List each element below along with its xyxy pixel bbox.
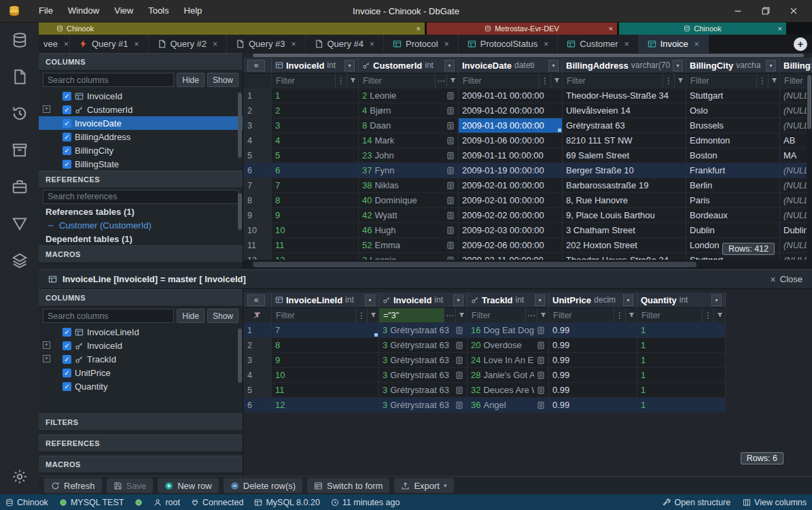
filter-funnel-button[interactable]: [347, 73, 358, 88]
column-header-invoicelineid[interactable]: InvoiceLineIdint▾: [272, 292, 379, 308]
open-reference-icon[interactable]: [446, 137, 455, 145]
filter-menu-button[interactable]: ⋮: [663, 73, 674, 88]
tab-query-4[interactable]: Query #4×: [306, 35, 385, 53]
cell-billingaddress[interactable]: 69 Salem Street: [563, 148, 686, 163]
cell-invoicelineid[interactable]: 8: [272, 338, 379, 353]
close-tab-icon[interactable]: ×: [544, 39, 548, 49]
search-columns-input[interactable]: Search columns: [43, 309, 174, 323]
cell-invoiceid[interactable]: 7: [272, 178, 359, 193]
column-item-billingstate[interactable]: ✓BillingState: [39, 157, 243, 171]
scrollbar-thumb[interactable]: [253, 262, 696, 267]
filter-cell-invoiceid[interactable]: ="3"⋯: [379, 308, 467, 323]
filter-placeholder[interactable]: Filter: [359, 73, 435, 88]
cell-invoiceid[interactable]: 6: [272, 163, 359, 178]
sidebar-stack-icon[interactable]: [12, 252, 28, 269]
menu-view[interactable]: View: [107, 0, 141, 22]
sidebar-history-icon[interactable]: [12, 105, 28, 122]
open-reference-icon[interactable]: [537, 341, 545, 350]
status-chinook[interactable]: Chinook: [5, 498, 48, 507]
cell-quantity[interactable]: 1: [637, 398, 726, 413]
cell-trackid[interactable]: 24Love In An Elevator: [467, 353, 549, 368]
cell-trackid[interactable]: 36Angel: [467, 398, 549, 413]
tab-group-chinook[interactable]: Chinook×: [619, 22, 786, 35]
open-reference-icon[interactable]: [537, 326, 545, 335]
horizontal-scrollbar-bottom[interactable]: [243, 260, 812, 269]
close-group-icon[interactable]: ×: [778, 24, 782, 33]
cell-billingcity[interactable]: Stuttgart: [686, 88, 780, 103]
column-item-quantity[interactable]: ✓Quantity: [39, 379, 243, 393]
funnel-off-icon[interactable]: [253, 311, 262, 320]
scrollbar-thumb[interactable]: [253, 54, 804, 57]
cell-quantity[interactable]: 1: [637, 368, 726, 383]
cell-invoiceid[interactable]: 3Grétrystraat 63: [379, 338, 467, 353]
row-number-cell[interactable]: 4: [243, 133, 272, 148]
filter-placeholder[interactable]: Filter: [549, 308, 614, 322]
reference-link[interactable]: ⇔Customer (CustomerId): [39, 218, 243, 232]
cell-trackid[interactable]: 20Overdose: [467, 338, 549, 353]
open-reference-icon[interactable]: [455, 341, 463, 350]
column-menu-button[interactable]: ▾: [548, 60, 559, 71]
close-tab-icon[interactable]: ×: [370, 39, 374, 49]
filter-menu-button[interactable]: ⋮: [614, 308, 625, 322]
cell-billingcity[interactable]: Brussels: [686, 118, 780, 133]
column-menu-button[interactable]: ▾: [673, 60, 683, 71]
open-reference-icon[interactable]: [446, 197, 455, 205]
row-number-cell[interactable]: 10: [243, 223, 272, 238]
collapse-panel-button[interactable]: «: [247, 60, 265, 71]
column-menu-button[interactable]: ▾: [535, 294, 545, 306]
sidebar-connections-icon[interactable]: [12, 32, 28, 48]
cell-customerid[interactable]: 23John: [359, 148, 459, 163]
status-view-columns[interactable]: View columns: [743, 498, 807, 507]
collapse-panel-button[interactable]: «: [247, 294, 265, 306]
cell-invoicedate[interactable]: 2009-01-19 00:00:00: [459, 163, 563, 178]
column-item-customerid[interactable]: +✓CustomerId: [39, 103, 243, 116]
cell-unitprice[interactable]: 0.99: [549, 353, 637, 368]
filter-cell-trackid[interactable]: Filter⋯: [467, 308, 549, 323]
checkbox-checked[interactable]: ✓: [63, 146, 71, 155]
open-reference-icon[interactable]: [455, 401, 463, 409]
filter-funnel-button[interactable]: [446, 73, 458, 88]
column-menu-button[interactable]: ▾: [365, 294, 375, 306]
scrollbar-thumb[interactable]: [807, 75, 811, 129]
checkbox-checked[interactable]: ✓: [63, 133, 71, 141]
cell-invoicedate[interactable]: 2009-02-11 00:00:00: [459, 253, 563, 260]
open-reference-icon[interactable]: [446, 152, 455, 160]
hide-button[interactable]: Hide: [177, 73, 205, 87]
cell-billingaddress[interactable]: 8210 111 ST NW: [563, 133, 686, 148]
row-number-cell[interactable]: 5: [243, 148, 272, 163]
menu-window[interactable]: Window: [60, 0, 107, 22]
row-number-cell[interactable]: 7: [243, 178, 272, 193]
cell-billingaddress[interactable]: Theodor-Heuss-Straße 34: [563, 88, 686, 103]
open-reference-icon[interactable]: [455, 386, 463, 394]
cell-customerid[interactable]: 4Bjørn: [359, 103, 459, 118]
status-open-structure[interactable]: Open structure: [663, 498, 730, 507]
cell-invoicedate[interactable]: 2009-02-02 00:00:00: [459, 208, 563, 223]
search-columns-input[interactable]: Search columns: [43, 73, 174, 87]
close-tab-icon[interactable]: ×: [444, 39, 449, 49]
cell-invoicedate[interactable]: 2009-01-01 00:00:00: [459, 88, 563, 103]
cell-billingaddress[interactable]: 202 Hoxton Street: [563, 238, 686, 253]
row-number-cell[interactable]: 5: [243, 383, 272, 398]
section-header-columns[interactable]: COLUMNS: [39, 53, 243, 71]
cell-billingcity[interactable]: Dublin: [686, 223, 780, 238]
filter-placeholder[interactable]: Filter: [459, 73, 539, 88]
open-reference-icon[interactable]: [446, 182, 455, 190]
filter-funnel-button[interactable]: [768, 73, 779, 88]
cell-billingcity[interactable]: Berlin: [686, 178, 780, 193]
cell-invoiceid[interactable]: 4: [272, 133, 359, 148]
cell-invoicelineid[interactable]: 11: [272, 383, 379, 398]
cell-billingcity[interactable]: Oslo: [686, 103, 780, 118]
status-dot[interactable]: [135, 498, 143, 507]
cell-invoiceid[interactable]: 11: [272, 238, 359, 253]
cell-invoiceid[interactable]: 3Grétrystraat 63: [379, 368, 467, 383]
cell-customerid[interactable]: 14Mark: [359, 133, 459, 148]
cell-invoicelineid[interactable]: 7: [272, 323, 379, 338]
close-group-icon[interactable]: ×: [609, 24, 613, 33]
row-number-cell[interactable]: 1: [243, 88, 272, 103]
close-icon[interactable]: [789, 6, 798, 16]
filter-placeholder[interactable]: Filter: [272, 308, 355, 322]
column-menu-button[interactable]: ▾: [453, 294, 463, 306]
cell-invoicelineid[interactable]: 12: [272, 398, 379, 413]
section-header-columns[interactable]: COLUMNS: [39, 289, 243, 307]
open-reference-icon[interactable]: [537, 386, 545, 394]
